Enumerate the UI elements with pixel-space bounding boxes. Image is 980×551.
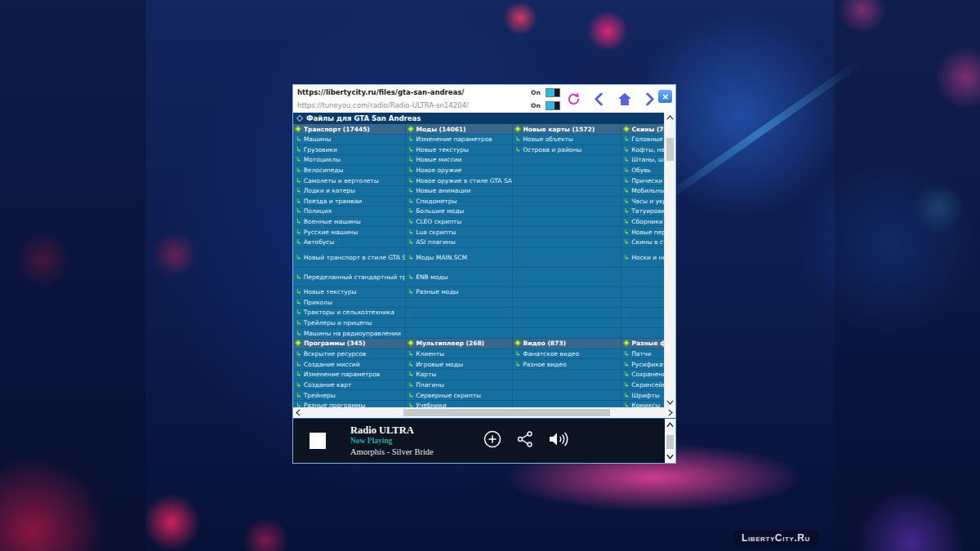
subcategory-link[interactable]: ↳Моды MAIN.SCM xyxy=(405,247,512,267)
subcategory-link[interactable]: ↳ENB моды xyxy=(405,267,512,287)
share-icon[interactable] xyxy=(516,430,534,451)
subcategory-link[interactable]: ↳Изменение параметров xyxy=(293,370,405,380)
scroll-up-icon[interactable] xyxy=(665,113,675,122)
subcategory-link[interactable]: ↳Игровые моды xyxy=(405,359,512,370)
category-header[interactable]: Разные фа xyxy=(621,338,664,349)
subcategory-link[interactable]: ↳Спидометры xyxy=(405,196,512,207)
subcategory-link[interactable]: ↳Новые миссии xyxy=(405,155,512,166)
subcategory-link[interactable]: ↳Велосипеды xyxy=(293,165,405,176)
subcategory-link[interactable]: ↳Русские машины xyxy=(293,227,405,238)
subcategory-link[interactable]: ↳Военные машины xyxy=(293,216,405,227)
player-scroll-thumb[interactable] xyxy=(666,435,674,449)
toggle-switch-2[interactable] xyxy=(546,101,560,110)
subcategory-link[interactable]: ↳Вскрытие ресурсов xyxy=(293,349,405,359)
subcategory-link[interactable]: ↳Сборники с xyxy=(621,216,664,227)
subcategory-link[interactable]: ↳Часы и укр xyxy=(621,196,664,207)
subcategory-link[interactable]: ↳Автобусы xyxy=(293,237,405,247)
forward-icon[interactable] xyxy=(644,92,656,106)
stop-icon[interactable] xyxy=(310,433,326,449)
subcategory-link[interactable]: ↳Машины xyxy=(293,135,405,145)
volume-icon[interactable] xyxy=(548,430,569,451)
subcategory-link[interactable]: ↳Создание миссий xyxy=(293,359,405,370)
subcategory-link[interactable]: ↳Поезда и трамваи xyxy=(293,196,405,207)
subcategory-link[interactable]: ↳Учебники xyxy=(405,400,512,407)
subcategory-link[interactable]: ↳Новое оружие xyxy=(405,165,512,176)
subcategory-link[interactable]: ↳Комиксы xyxy=(621,400,664,407)
subcategory-link[interactable]: ↳Машины на радиоуправлении xyxy=(293,328,405,339)
category-header[interactable]: Мультиплеер (268) xyxy=(405,338,512,349)
subcategory-link[interactable]: ↳Новые текстуры xyxy=(293,287,405,297)
subcategory-link[interactable]: ↳Новые текстуры xyxy=(405,144,512,155)
player-scroll-down-icon[interactable] xyxy=(665,452,675,461)
subcategory-link[interactable]: ↳Скринсейве xyxy=(621,380,664,390)
subcategory-link[interactable]: ↳Трейнеры xyxy=(293,390,405,401)
subcategory-link[interactable]: ↳Обувь xyxy=(621,165,664,176)
subcategory-link[interactable]: ↳Плагины xyxy=(405,380,512,390)
subcategory-link[interactable]: ↳Новые перс xyxy=(621,227,664,238)
subcategory-link[interactable]: ↳Полиция xyxy=(293,207,405,217)
subcategory-link[interactable]: ↳Грузовики xyxy=(293,144,405,155)
subcategory-link[interactable]: ↳Головные у xyxy=(621,135,664,145)
scroll-right-icon[interactable] xyxy=(666,407,675,418)
plus-circle-icon[interactable] xyxy=(483,429,502,452)
subcategory-link[interactable]: ↳Новые анимации xyxy=(405,185,512,196)
subcategory-link[interactable]: ↳Карты xyxy=(405,370,512,380)
subcategory-link[interactable]: ↳Штаны, шор xyxy=(621,155,664,166)
subcategory-link[interactable]: ↳Острова и районы xyxy=(512,144,621,155)
subcategory-link[interactable]: ↳Кофты, най xyxy=(621,144,664,155)
category-header[interactable]: Моды (14061) xyxy=(405,124,512,135)
subcategory-link[interactable]: ↳Шрифты xyxy=(621,390,664,401)
subcategory-link[interactable]: ↳Клиенты xyxy=(405,349,512,359)
subcategory-label: Lua скрипты xyxy=(416,229,456,236)
refresh-icon[interactable] xyxy=(566,91,581,107)
subcategory-link[interactable]: ↳Изменение параметров xyxy=(405,135,512,145)
subcategory-link[interactable]: ↳Новые объекты xyxy=(512,135,621,145)
subcategory-link[interactable]: ↳Фанатское видео xyxy=(512,349,621,359)
subcategory-link[interactable]: ↳Лодки и катеры xyxy=(293,185,405,196)
subcategory-link[interactable]: ↳ASI плагины xyxy=(405,237,512,247)
address-field-1[interactable]: https://libertycity.ru/files/gta-san-and… xyxy=(297,88,464,96)
subcategory-link[interactable]: ↳Разные программы xyxy=(293,400,405,407)
back-icon[interactable] xyxy=(593,92,605,106)
scroll-left-icon[interactable] xyxy=(293,407,303,418)
subcategory-link[interactable]: ↳Большие моды xyxy=(405,207,512,217)
category-header[interactable]: Скины (73 xyxy=(621,124,664,135)
subcategory-link[interactable]: ↳Носки и них xyxy=(621,247,664,267)
subcategory-link[interactable]: ↳Русификато xyxy=(621,359,664,370)
home-icon[interactable] xyxy=(617,92,632,106)
subcategory-link[interactable]: ↳Самолеты и вертолеты xyxy=(293,176,405,186)
horizontal-scrollbar[interactable] xyxy=(293,407,675,418)
horizontal-scroll-thumb[interactable] xyxy=(403,409,610,416)
subcategory-link[interactable]: ↳Серверные скрипты xyxy=(405,390,512,401)
subcategory-link[interactable]: ↳Патчи xyxy=(621,349,664,359)
player-scrollbar[interactable] xyxy=(665,419,675,463)
subcategory-link[interactable]: ↳Новый транспорт в стиле GTA SA xyxy=(293,247,405,267)
subcategory-link[interactable]: ↳Прически и xyxy=(621,176,664,186)
toggle-switch-1[interactable] xyxy=(546,88,560,97)
category-header[interactable]: Видео (873) xyxy=(512,338,621,349)
subcategory-link[interactable]: ↳Разное видео xyxy=(512,359,621,370)
close-icon[interactable]: × xyxy=(658,90,672,103)
subcategory-link[interactable]: ↳Мотоциклы xyxy=(293,155,405,166)
subcategory-link[interactable]: ↳Переделанный стандартный транспорт xyxy=(293,267,405,287)
subcategory-link[interactable]: ↳Трейлеры и прицепы xyxy=(293,318,405,328)
subcategory-link[interactable]: ↳Новое оружие в стиле GTA SA xyxy=(405,176,512,186)
subcategory-link[interactable]: ↳Lua скрипты xyxy=(405,227,512,238)
address-field-2[interactable]: https://tuneyou.com/radio/Radio-ULTRA-sn… xyxy=(297,101,469,109)
subcategory-link[interactable]: ↳Разные моды xyxy=(405,287,512,297)
subcategory-link[interactable]: ↳Создание карт xyxy=(293,380,405,390)
category-header[interactable]: Транспорт (17445) xyxy=(293,124,405,135)
category-header[interactable]: Программы (345) xyxy=(293,338,405,349)
subcategory-link[interactable]: ↳Скины в ст xyxy=(621,237,664,247)
scroll-down-icon[interactable] xyxy=(665,398,675,407)
subcategory-link[interactable]: ↳Приколы xyxy=(293,297,405,308)
player-scroll-up-icon[interactable] xyxy=(665,420,675,429)
subcategory-link[interactable]: ↳Татуировки xyxy=(621,207,664,217)
subcategory-link[interactable]: ↳Мобильные xyxy=(621,185,664,196)
category-header[interactable]: Новые карты (1572) xyxy=(512,124,621,135)
subcategory-link[interactable]: ↳CLEO скрипты xyxy=(405,216,512,227)
vertical-scroll-thumb[interactable] xyxy=(666,138,674,161)
vertical-scrollbar[interactable] xyxy=(664,113,675,407)
subcategory-link[interactable]: ↳Тракторы и сельхозтехника xyxy=(293,308,405,318)
subcategory-link[interactable]: ↳Сохранения xyxy=(621,370,664,380)
